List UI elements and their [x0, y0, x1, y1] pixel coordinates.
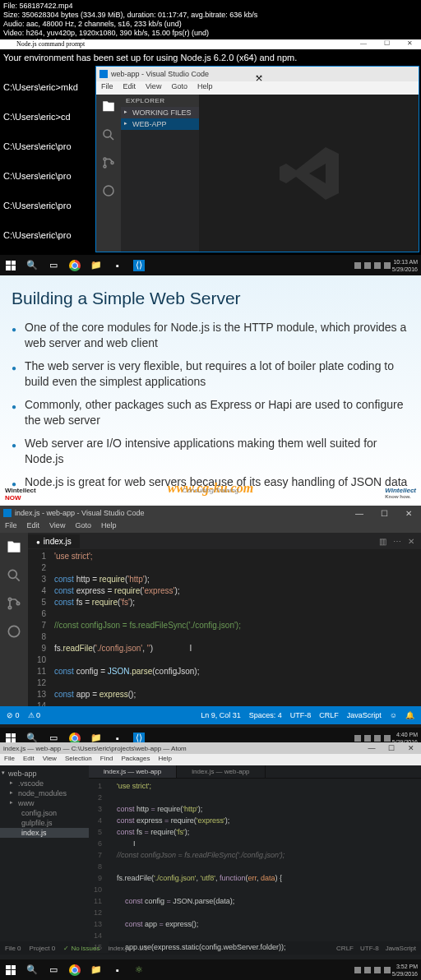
clock[interactable]: 10:13 AM5/29/2016: [392, 258, 418, 273]
status-project[interactable]: Project 0: [30, 945, 56, 952]
search-icon[interactable]: [101, 127, 116, 142]
sidebar-working-files[interactable]: WORKING FILES: [121, 107, 199, 118]
menu-edit[interactable]: Edit: [22, 520, 45, 533]
activity-bar: [0, 533, 28, 706]
maximize-button[interactable]: ☐: [382, 744, 401, 752]
editor-tabs: index.js ▥ ⋯ ✕: [28, 533, 421, 549]
cmd-window-controls: — ☐ ✕: [352, 39, 421, 49]
tree-file[interactable]: config.json: [0, 808, 89, 818]
start-button[interactable]: [0, 255, 21, 275]
tab[interactable]: index.js — web-app: [89, 765, 177, 778]
minimize-button[interactable]: —: [347, 509, 372, 518]
close-button[interactable]: ✕: [396, 509, 421, 518]
status-encoding[interactable]: UTF-8: [290, 711, 312, 719]
status-issues[interactable]: ✓ No issues: [63, 945, 99, 952]
git-icon[interactable]: [6, 595, 22, 612]
vscode-window[interactable]: web-app - Visual Studio Code File Edit V…: [95, 66, 419, 252]
cmd-icon[interactable]: ▪: [107, 959, 128, 980]
tray-icons[interactable]: [354, 967, 391, 973]
search-icon[interactable]: [6, 567, 22, 584]
chrome-icon[interactable]: [64, 959, 86, 980]
menu-view[interactable]: View: [39, 754, 61, 765]
clock[interactable]: 3:52 PM5/29/2016: [392, 963, 418, 978]
debug-icon[interactable]: [6, 623, 22, 640]
tray-icons[interactable]: [354, 262, 391, 269]
tree-file-selected[interactable]: index.js: [0, 828, 89, 838]
status-eol[interactable]: CRLF: [319, 711, 339, 719]
tab[interactable]: index.js — web-app: [177, 765, 265, 778]
menu-file[interactable]: File: [0, 520, 22, 533]
status-file[interactable]: File 0: [5, 945, 21, 952]
slide: Building a Simple Web Server One of the …: [0, 275, 421, 506]
cmd-icon[interactable]: ▪: [107, 255, 128, 275]
status-errors[interactable]: ⊘ 0: [7, 711, 20, 719]
maximize-button[interactable]: ☐: [372, 509, 396, 518]
search-icon[interactable]: 🔍: [21, 255, 43, 275]
status-cursor[interactable]: Ln 9, Col 31: [201, 711, 241, 719]
menu-view[interactable]: View: [44, 520, 70, 533]
vscode-titlebar[interactable]: index.js - web-app - Visual Studio Code …: [0, 506, 421, 520]
status-spaces[interactable]: Spaces: 4: [249, 711, 282, 719]
minimize-button[interactable]: —: [362, 744, 382, 752]
status-lang[interactable]: JavaScript: [347, 711, 382, 719]
close-button[interactable]: ✕: [401, 744, 421, 752]
status-cursor[interactable]: 1:1: [139, 945, 148, 952]
tree-file[interactable]: gulpfile.js: [0, 818, 89, 828]
status-warnings[interactable]: ⚠ 0: [28, 711, 41, 719]
explorer-icon[interactable]: 📁: [86, 255, 107, 275]
menu-view[interactable]: View: [141, 81, 166, 95]
atom-task-icon[interactable]: ⚛: [128, 959, 150, 980]
chrome-icon[interactable]: [64, 255, 86, 275]
tree-root[interactable]: web-app: [0, 769, 89, 779]
explorer-icon[interactable]: [101, 99, 116, 114]
menu-edit[interactable]: Edit: [19, 754, 39, 765]
status-lang[interactable]: JavaScript: [386, 945, 416, 952]
more-icon[interactable]: ⋯: [393, 537, 401, 546]
start-button[interactable]: [0, 959, 21, 980]
menu-goto[interactable]: Goto: [70, 520, 96, 533]
git-icon[interactable]: [101, 155, 116, 170]
split-icon[interactable]: ▥: [379, 537, 386, 546]
line-gutter: 1234567891011121314151617: [28, 549, 54, 706]
menu-help[interactable]: Help: [192, 81, 218, 95]
menu-goto[interactable]: Goto: [166, 81, 192, 95]
tree-folder[interactable]: .vscode: [0, 779, 89, 788]
tree-folder[interactable]: node_modules: [0, 788, 89, 798]
debug-icon[interactable]: [101, 183, 116, 198]
svg-point-6: [8, 598, 11, 600]
explorer-icon[interactable]: [6, 539, 22, 556]
close-button[interactable]: ✕: [398, 39, 421, 49]
tray-icons[interactable]: [354, 735, 391, 742]
menu-edit[interactable]: Edit: [118, 81, 141, 95]
status-encoding[interactable]: UTF-8: [360, 945, 379, 952]
close-tab-icon[interactable]: ✕: [408, 537, 414, 546]
slide-bullet: Commonly, other packages such as Express…: [12, 397, 409, 428]
status-filename[interactable]: index.js: [109, 945, 131, 952]
menu-help[interactable]: Help: [155, 754, 176, 765]
minimize-button[interactable]: —: [352, 39, 375, 49]
menu-file[interactable]: File: [96, 81, 118, 95]
activity-bar: [96, 95, 121, 252]
status-bell-icon[interactable]: 🔔: [405, 711, 414, 719]
sidebar: EXPLORER WORKING FILES WEB-APP: [121, 95, 199, 252]
search-icon[interactable]: 🔍: [21, 959, 43, 980]
menu-packages[interactable]: Packages: [117, 754, 154, 765]
maximize-button[interactable]: ☐: [375, 39, 398, 49]
vscode-task-icon[interactable]: ⟨⟩: [128, 255, 150, 275]
menu-help[interactable]: Help: [96, 520, 122, 533]
task-view-icon[interactable]: ▭: [43, 959, 64, 980]
sidebar-webapp-folder[interactable]: WEB-APP: [121, 118, 199, 130]
status-eol[interactable]: CRLF: [336, 945, 354, 952]
menu-find[interactable]: Find: [96, 754, 118, 765]
explorer-icon[interactable]: 📁: [86, 959, 107, 980]
menu-file[interactable]: File: [0, 754, 19, 765]
status-feedback-icon[interactable]: ☺: [390, 711, 397, 719]
menu-selection[interactable]: Selection: [61, 754, 96, 765]
atom-window: index.js — web-app — C:\Users\eric\proje…: [0, 742, 421, 959]
tree-folder[interactable]: www: [0, 798, 89, 808]
atom-titlebar[interactable]: index.js — web-app — C:\Users\eric\proje…: [0, 742, 421, 754]
code-editor[interactable]: 1234567891011121314151617 'use strict'; …: [28, 549, 421, 706]
task-view-icon[interactable]: ▭: [43, 255, 64, 275]
tab-index-js[interactable]: index.js: [28, 534, 80, 548]
code-editor[interactable]: 123456789101112131415 'use strict'; cons…: [89, 779, 421, 953]
